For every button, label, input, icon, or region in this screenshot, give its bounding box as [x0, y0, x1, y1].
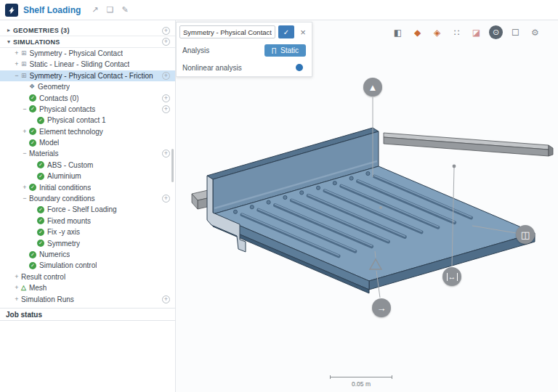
expander-icon[interactable]: − [20, 150, 29, 157]
tree-item-geometry[interactable]: ❖Geometry [0, 81, 175, 92]
tree-item-initial-conditions[interactable]: +✓Initial conditions [0, 181, 175, 192]
slot-clip [233, 210, 237, 213]
tree-item-element-technology[interactable]: +✓Element technology [0, 126, 175, 137]
add-button[interactable]: + [162, 38, 170, 46]
rename-icon[interactable]: ✎ [121, 6, 128, 14]
tree-item-boundary-conditions[interactable]: −Boundary conditions+ [0, 193, 175, 204]
mesh-geometry-icon[interactable]: ◈ [430, 25, 444, 39]
expander-icon[interactable]: + [12, 50, 21, 57]
add-button[interactable]: + [162, 27, 170, 35]
tree-item-label: Model [39, 139, 59, 147]
status-check-icon: ✓ [29, 94, 36, 102]
header-actions: ↗❏✎ [92, 6, 128, 14]
tree-item-symmetry-physical-contact-friction[interactable]: −⊞Symmetry - Physical Contact - Friction… [0, 70, 175, 81]
slot-clip [267, 200, 270, 204]
simulation-tree: ▸GEOMETRIES (3)+▾SIMULATIONS++⊞Symmetry … [0, 20, 175, 305]
tree-item-aluminium[interactable]: ✓Aluminium [0, 171, 175, 181]
nonlinear-toggle[interactable] [296, 64, 303, 71]
tree-item-static-linear-sliding-contact[interactable]: +⊞Static - Linear - Sliding Contact [0, 59, 175, 70]
expander-icon[interactable]: − [20, 195, 29, 202]
tree-item-fix-y-axis[interactable]: ✓Fix -y axis [0, 226, 175, 237]
tree-item-fixed-mounts[interactable]: ✓Fixed mounts [0, 216, 175, 226]
tree-item-physical-contacts[interactable]: −✓Physical contacts+ [0, 104, 175, 115]
add-button[interactable]: + [162, 94, 170, 102]
tree-item-label: Symmetry - Physical Contact - Friction [30, 72, 153, 80]
expander-icon[interactable]: + [12, 274, 21, 280]
tree-item-force-shelf-loading[interactable]: ✓Force - Shelf Loading [0, 204, 175, 215]
analysis-type-button[interactable]: ∏ Static [264, 44, 306, 57]
add-button[interactable]: + [162, 105, 170, 113]
status-check-icon: ✓ [37, 217, 44, 224]
tree-item-mesh[interactable]: +△Mesh [0, 282, 175, 293]
scale-label: 0.05 m [330, 380, 392, 388]
tree-item-simulation-runs[interactable]: +Simulation Runs+ [0, 293, 175, 304]
expander-icon[interactable]: − [20, 106, 29, 113]
close-icon[interactable]: × [297, 26, 309, 38]
tree-item-simulations[interactable]: ▾SIMULATIONS+ [0, 36, 175, 47]
tree-item-geometries-3[interactable]: ▸GEOMETRIES (3)+ [0, 25, 175, 36]
tree-item-result-control[interactable]: +Result control [0, 271, 175, 282]
tree-item-materials[interactable]: −Materials+ [0, 148, 175, 159]
tree-item-label: Symmetry [47, 240, 80, 248]
expander-icon[interactable]: ▾ [4, 39, 13, 45]
sidebar-scrollbar[interactable] [171, 149, 174, 182]
clip-plane-icon[interactable]: ◪ [469, 25, 483, 39]
expander-icon[interactable]: + [12, 296, 21, 303]
tree-item-model[interactable]: ✓Model [0, 137, 175, 148]
tree-item-physical-contact-1[interactable]: ✓Physical contact 1 [0, 115, 175, 126]
simscale-logo-icon[interactable] [5, 4, 18, 17]
move-right-handle[interactable]: → [372, 298, 391, 317]
add-button[interactable]: + [162, 295, 170, 303]
box-select-icon[interactable]: ☐ [509, 25, 522, 39]
tree-item-label: Physical contact 1 [47, 116, 106, 124]
tree-item-symmetry-physical-contact[interactable]: +⊞Symmetry - Physical Contact [0, 48, 175, 59]
measure-handle[interactable]: ↔ [442, 267, 461, 286]
job-status-bar[interactable]: Job status [0, 308, 175, 321]
tree-item-label: Aluminium [47, 172, 81, 180]
add-button[interactable]: + [162, 72, 170, 80]
tree-item-label: Static - Linear - Sliding Contact [30, 60, 130, 68]
tree-item-contacts-0[interactable]: ✓Contacts (0)+ [0, 92, 175, 103]
duplicate-icon[interactable]: ❏ [107, 6, 114, 14]
move-up-handle[interactable]: ▲ [363, 78, 382, 97]
light-toggle-icon[interactable]: ⊙ [489, 25, 503, 39]
scale-bar [330, 377, 392, 377]
tree-item-simulation-control[interactable]: ✓Simulation control [0, 260, 175, 271]
vertices-view-icon[interactable]: ∷ [450, 25, 464, 39]
aluminium-bar[interactable] [384, 133, 553, 156]
app-header: Shelf Loading ↗❏✎ [0, 0, 558, 20]
tree-item-numerics[interactable]: ✓Numerics [0, 249, 175, 260]
expander-icon[interactable]: ▸ [4, 28, 13, 33]
view-settings-icon[interactable]: ⚙ [528, 25, 542, 39]
status-check-icon: ✓ [29, 251, 36, 258]
status-check-icon: ✓ [29, 105, 36, 113]
add-button[interactable]: + [162, 150, 170, 158]
tree-item-label: Physical contacts [39, 105, 95, 113]
share-icon[interactable]: ↗ [92, 6, 98, 14]
slot-clip [349, 176, 353, 180]
slot-clip [300, 191, 304, 195]
apply-button[interactable]: ✓ [278, 25, 294, 38]
model-center-dot [379, 206, 382, 209]
tree-item-symmetry[interactable]: ✓Symmetry [0, 237, 175, 248]
viewport-toolbar: ◧◆◈∷◪⊙☐⚙ [391, 25, 542, 39]
tree-item-label: Geometry [38, 83, 70, 91]
expander-icon[interactable]: − [12, 73, 21, 79]
status-check-icon: ✓ [29, 262, 36, 269]
tree-item-label: Simulation Runs [21, 295, 74, 303]
clip-box-handle[interactable]: ◫ [516, 225, 535, 244]
tree-item-abs-custom[interactable]: ✓ABS - Custom [0, 160, 175, 171]
perspective-view-icon[interactable]: ◧ [391, 25, 405, 39]
nonlinear-label: Nonlinear analysis [182, 64, 242, 72]
expander-icon[interactable]: + [12, 61, 21, 68]
viewport-3d[interactable]: ◧◆◈∷◪⊙☐⚙ ✓ × Analysis ∏ Static Nonlinear… [176, 20, 558, 392]
solid-geometry-icon[interactable]: ◆ [411, 25, 424, 39]
simulation-name-input[interactable] [179, 25, 275, 38]
expander-icon[interactable]: + [20, 184, 29, 191]
expander-icon[interactable]: + [12, 285, 21, 291]
shelf-model[interactable] [207, 128, 535, 293]
expander-icon[interactable]: + [20, 128, 29, 135]
status-check-icon: ✓ [37, 161, 44, 168]
add-button[interactable]: + [162, 195, 170, 203]
tree-item-label: Simulation control [39, 261, 97, 269]
